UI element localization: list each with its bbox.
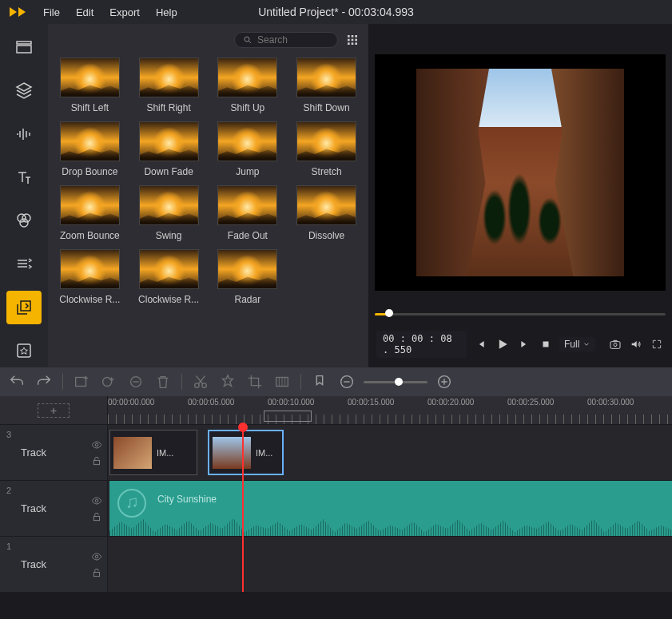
marker-button[interactable] xyxy=(311,373,328,391)
effect-thumb[interactable]: Dissolve xyxy=(292,185,360,241)
svg-point-29 xyxy=(128,506,130,508)
volume-button[interactable] xyxy=(629,335,643,354)
delete-button[interactable] xyxy=(154,373,172,391)
effect-preview xyxy=(217,249,277,289)
svg-rect-9 xyxy=(352,39,354,42)
preview-scrubber[interactable] xyxy=(375,305,666,321)
speed-button[interactable] xyxy=(219,373,237,391)
prev-frame-button[interactable] xyxy=(473,335,487,354)
menu-file[interactable]: File xyxy=(37,5,66,20)
effect-thumb[interactable]: Shift Up xyxy=(214,58,282,113)
effect-preview xyxy=(60,249,120,289)
next-frame-button[interactable] xyxy=(518,335,532,354)
settings-button[interactable] xyxy=(273,373,291,391)
ruler-mark: 00:00:25.000 xyxy=(507,398,554,407)
ruler-mark: 00:00:30.000 xyxy=(587,398,634,407)
ruler-mark: 00:00:15.000 xyxy=(348,398,394,407)
crop-button[interactable] xyxy=(246,373,264,391)
menu-export[interactable]: Export xyxy=(103,5,146,20)
video-clip[interactable]: IM... xyxy=(208,430,284,475)
effect-thumb[interactable]: Swing xyxy=(135,185,203,241)
ruler-mark: 00:00:00.000 xyxy=(108,398,154,407)
add-track-button[interactable]: + xyxy=(38,403,70,418)
svg-rect-14 xyxy=(543,342,549,347)
svg-rect-6 xyxy=(352,35,354,38)
zoom-slider[interactable] xyxy=(364,381,427,383)
effect-label: Shift Left xyxy=(71,102,109,113)
audio-clip[interactable]: City Sunshine xyxy=(109,481,672,536)
search-input[interactable] xyxy=(257,34,321,46)
add-marker-button[interactable] xyxy=(100,373,117,391)
play-button[interactable] xyxy=(494,332,511,356)
effect-preview xyxy=(139,121,199,161)
svg-point-27 xyxy=(95,499,98,502)
svg-rect-3 xyxy=(18,344,30,357)
track-name: Track xyxy=(21,558,46,570)
effect-thumb[interactable]: Shift Left xyxy=(56,58,124,113)
search-box[interactable] xyxy=(234,32,338,48)
cut-button[interactable] xyxy=(192,373,209,391)
effect-label: Shift Up xyxy=(231,102,265,113)
effect-thumb[interactable]: Radar xyxy=(214,249,282,305)
effect-thumb[interactable]: Shift Right xyxy=(135,58,203,113)
effect-label: Jump xyxy=(236,166,259,177)
playhead[interactable] xyxy=(242,424,244,592)
undo-button[interactable] xyxy=(8,373,26,391)
ruler-mark: 00:00:20.000 xyxy=(427,398,474,407)
sidebar-transitions[interactable] xyxy=(6,247,42,280)
sidebar-audio[interactable] xyxy=(6,117,42,151)
video-clip[interactable]: IM... xyxy=(109,430,197,475)
preview-timecode: 00 : 00 : 08 . 550 xyxy=(376,331,467,358)
effect-thumb[interactable]: Clockwise R... xyxy=(135,249,203,305)
remove-button[interactable] xyxy=(127,373,145,391)
effect-preview xyxy=(217,58,277,97)
effect-thumb[interactable]: Jump xyxy=(214,121,282,177)
zoom-out-button[interactable] xyxy=(338,373,356,391)
effect-preview xyxy=(217,185,277,225)
effect-thumb[interactable]: Fade Out xyxy=(214,185,282,241)
effect-thumb[interactable]: Zoom Bounce xyxy=(56,185,124,241)
svg-rect-13 xyxy=(355,42,357,45)
fullscreen-button[interactable] xyxy=(650,335,664,354)
effect-preview xyxy=(60,58,120,97)
track-name: Track xyxy=(21,502,46,514)
effect-thumb[interactable]: Down Fade xyxy=(135,121,203,177)
menu-edit[interactable]: Edit xyxy=(70,5,100,20)
sidebar-media[interactable] xyxy=(6,30,42,64)
effect-thumb[interactable]: Clockwise R... xyxy=(56,249,124,305)
lock-icon[interactable] xyxy=(91,567,102,578)
timeline-ruler[interactable]: 00:00:00.00000:00:05.00000:00:10.00000:0… xyxy=(108,396,672,424)
sidebar-animations[interactable] xyxy=(6,291,42,324)
grid-view-button[interactable] xyxy=(344,32,360,48)
sidebar-favorites[interactable] xyxy=(6,334,42,367)
effect-thumb[interactable]: Drop Bounce xyxy=(56,121,124,177)
redo-button[interactable] xyxy=(35,373,53,391)
svg-point-4 xyxy=(245,37,249,42)
effect-preview xyxy=(296,121,356,161)
svg-point-25 xyxy=(95,443,98,446)
add-media-button[interactable] xyxy=(73,373,90,391)
ruler-mark: 00:00:05.000 xyxy=(188,398,234,407)
lock-icon[interactable] xyxy=(91,455,102,466)
svg-point-16 xyxy=(614,343,617,347)
sidebar-text[interactable] xyxy=(6,161,42,194)
visibility-icon[interactable] xyxy=(91,551,102,562)
lock-icon[interactable] xyxy=(91,511,102,522)
sidebar-filters[interactable] xyxy=(6,204,42,237)
preview-viewport xyxy=(375,54,666,291)
effect-label: Fade Out xyxy=(228,230,268,241)
sidebar-layers[interactable] xyxy=(6,73,42,107)
snapshot-button[interactable] xyxy=(608,335,622,354)
stop-button[interactable] xyxy=(539,335,553,354)
effect-thumb[interactable]: Shift Down xyxy=(292,58,360,113)
menu-help[interactable]: Help xyxy=(149,5,184,20)
effect-preview xyxy=(296,185,356,225)
effect-thumb[interactable]: Stretch xyxy=(292,121,360,177)
visibility-icon[interactable] xyxy=(91,495,102,506)
zoom-in-button[interactable] xyxy=(435,373,453,391)
track-name: Track xyxy=(21,446,46,458)
selection-range[interactable] xyxy=(264,411,312,422)
effect-preview xyxy=(296,58,356,97)
quality-select[interactable]: Full xyxy=(559,337,595,351)
visibility-icon[interactable] xyxy=(91,439,102,450)
